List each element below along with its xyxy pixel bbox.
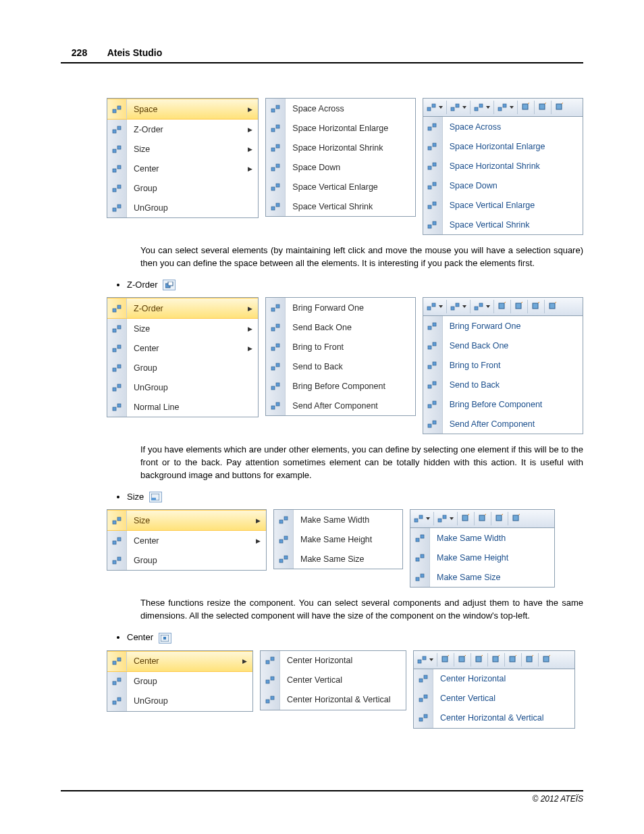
toolbar-dropdown[interactable] xyxy=(410,512,434,525)
menu-item[interactable]: Space Vertical Enlarge xyxy=(266,177,414,197)
toolbar-button[interactable] xyxy=(471,653,488,667)
toolbar-button[interactable] xyxy=(505,653,522,667)
toolbar-button[interactable] xyxy=(535,101,552,114)
toolbar-button[interactable] xyxy=(454,653,471,667)
toolbar-dropdown[interactable] xyxy=(471,300,494,313)
menu-item[interactable]: Bring Before Component xyxy=(423,394,583,414)
space-menu-main[interactable]: Space▶Z-Order▶Size▶Center▶GroupUnGroup xyxy=(107,98,259,218)
toolbar-dropdown[interactable] xyxy=(414,653,437,667)
menu-item[interactable]: Bring to Front xyxy=(266,337,414,357)
toolbar-dropdown[interactable] xyxy=(471,101,494,114)
space-submenu[interactable]: Space AcrossSpace Horizontal EnlargeSpac… xyxy=(265,98,415,217)
menu-item[interactable]: Group xyxy=(107,358,258,377)
menu-item[interactable]: Make Same Width xyxy=(410,528,554,548)
menu-item[interactable]: Make Same Size xyxy=(410,567,554,587)
menu-item[interactable]: Make Same Height xyxy=(274,529,402,549)
menu-item[interactable]: Center Horizontal xyxy=(261,651,406,671)
menu-item[interactable]: Bring Forward One xyxy=(266,298,414,317)
menu-item[interactable]: Send Back One xyxy=(423,336,583,355)
toolbar-dropdown[interactable] xyxy=(494,101,518,114)
menu-item[interactable]: Send to Back xyxy=(266,357,414,376)
menu-item[interactable]: Center Vertical xyxy=(261,671,406,690)
toolbar-button[interactable] xyxy=(491,512,508,525)
center-menu-main[interactable]: Center▶GroupUnGroup xyxy=(107,650,253,712)
menu-item[interactable]: Space▶ xyxy=(107,99,258,120)
menu-item[interactable]: Space Horizontal Enlarge xyxy=(266,118,414,138)
menu-item[interactable]: Center▶ xyxy=(107,531,266,550)
center-toolbar[interactable] xyxy=(413,650,575,669)
space-toolbar[interactable] xyxy=(423,98,583,117)
menu-item[interactable]: Center Horizontal xyxy=(414,669,574,689)
zorder-menu-main[interactable]: Z-Order▶Size▶Center▶GroupUnGroupNormal L… xyxy=(107,297,259,417)
menu-item[interactable]: Group xyxy=(107,178,258,198)
menu-item[interactable]: Space Vertical Shrink xyxy=(266,197,414,216)
menu-item[interactable]: Space Across xyxy=(266,99,414,118)
menu-item[interactable]: Make Same Size xyxy=(274,549,402,569)
zorder-toolbar[interactable] xyxy=(423,297,583,316)
center-submenu[interactable]: Center HorizontalCenter VerticalCenter H… xyxy=(260,650,406,710)
size-toolbar[interactable] xyxy=(410,509,555,528)
menu-item[interactable]: Space Vertical Shrink xyxy=(423,215,583,234)
menu-item[interactable]: Size▶ xyxy=(107,139,258,159)
menu-item[interactable]: Send After Component xyxy=(266,396,414,415)
menu-item[interactable]: Z-Order▶ xyxy=(107,120,258,139)
toolbar-button[interactable] xyxy=(545,300,561,313)
menu-item[interactable]: Normal Line xyxy=(107,397,258,417)
toolbar-button[interactable] xyxy=(488,653,505,667)
menu-item[interactable]: Group xyxy=(107,672,252,692)
menu-item[interactable]: Send Back One xyxy=(266,317,414,337)
toolbar-dropdown[interactable] xyxy=(434,512,458,525)
size-submenu[interactable]: Make Same WidthMake Same HeightMake Same… xyxy=(273,509,403,569)
zorder-submenu[interactable]: Bring Forward OneSend Back OneBring to F… xyxy=(265,297,415,416)
menu-item[interactable]: Space Horizontal Shrink xyxy=(266,138,414,157)
menu-item[interactable]: Size▶ xyxy=(107,319,258,338)
svg-rect-88 xyxy=(549,303,555,309)
toolbar-button[interactable] xyxy=(475,512,491,525)
menu-item[interactable]: Make Same Height xyxy=(410,548,554,567)
space-panel[interactable]: Space AcrossSpace Horizontal EnlargeSpac… xyxy=(423,117,583,235)
menu-item[interactable]: Bring Before Component xyxy=(266,376,414,396)
zorder-panel[interactable]: Bring Forward OneSend Back OneBring to F… xyxy=(423,316,583,434)
menu-item[interactable]: Size▶ xyxy=(107,510,266,531)
menu-item[interactable]: Space Down xyxy=(266,157,414,177)
size-panel[interactable]: Make Same WidthMake Same HeightMake Same… xyxy=(410,528,555,588)
menu-item[interactable]: Center▶ xyxy=(107,651,252,672)
menu-item[interactable]: Space Horizontal Shrink xyxy=(423,156,583,176)
svg-rect-76 xyxy=(427,307,431,310)
menu-item[interactable]: UnGroup xyxy=(107,377,258,397)
menu-item[interactable]: Space Vertical Enlarge xyxy=(423,195,583,215)
menu-item[interactable]: Bring to Front xyxy=(423,355,583,375)
menu-item[interactable]: Bring Forward One xyxy=(423,316,583,336)
menu-item[interactable]: Center▶ xyxy=(107,159,258,178)
menu-item[interactable]: Center Horizontal & Vertical xyxy=(414,708,574,728)
toolbar-dropdown[interactable] xyxy=(423,300,447,313)
menu-item[interactable]: Center▶ xyxy=(107,338,258,358)
menu-item[interactable]: Z-Order▶ xyxy=(107,298,258,319)
menu-item[interactable]: Space Across xyxy=(423,117,583,136)
toolbar-button[interactable] xyxy=(518,101,535,114)
menu-item[interactable]: Group xyxy=(107,550,266,570)
toolbar-button[interactable] xyxy=(437,653,454,667)
menu-item[interactable]: UnGroup xyxy=(107,692,252,711)
toolbar-dropdown[interactable] xyxy=(447,300,471,313)
menu-item[interactable]: UnGroup xyxy=(107,198,258,217)
menu-item[interactable]: Center Vertical xyxy=(414,689,574,708)
menu-item[interactable]: Center Horizontal & Vertical xyxy=(261,690,406,710)
toolbar-button[interactable] xyxy=(508,512,525,525)
toolbar-button[interactable] xyxy=(458,512,475,525)
toolbar-button[interactable] xyxy=(539,653,555,667)
menu-item[interactable]: Make Same Width xyxy=(274,510,402,529)
menu-item[interactable]: Space Horizontal Enlarge xyxy=(423,136,583,156)
menu-item[interactable]: Send After Component xyxy=(423,414,583,434)
menu-item[interactable]: Send to Back xyxy=(423,375,583,394)
menu-item[interactable]: Space Down xyxy=(423,176,583,195)
toolbar-dropdown[interactable] xyxy=(447,101,471,114)
size-menu-main[interactable]: Size▶Center▶Group xyxy=(107,509,267,571)
toolbar-button[interactable] xyxy=(528,300,545,313)
toolbar-button[interactable] xyxy=(522,653,539,667)
center-panel[interactable]: Center HorizontalCenter VerticalCenter H… xyxy=(413,669,575,729)
toolbar-button[interactable] xyxy=(511,300,528,313)
toolbar-button[interactable] xyxy=(494,300,511,313)
toolbar-dropdown[interactable] xyxy=(423,101,447,114)
toolbar-button[interactable] xyxy=(552,101,568,114)
